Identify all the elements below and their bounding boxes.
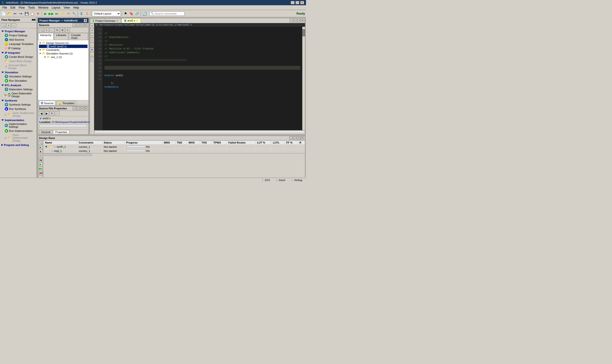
nav-item-language-templates[interactable]: 💡 Language Templates [0,42,37,46]
sources-expand-btn[interactable]: □ [77,23,80,27]
sfp-edit-btn[interactable]: ✏ [55,111,59,116]
toolbar-redo[interactable]: ↪ [18,11,23,16]
nav-section-header-rtl-analysis[interactable]: RTL Analysis [0,83,37,87]
editor-close-btn[interactable]: ✕ [301,19,305,22]
editor-minimize-btn[interactable]: ─ [290,19,293,22]
nav-item-implementation-settings[interactable]: ⚙ Implementation Settings [0,122,37,129]
toolbar-program[interactable]: ⚡ [60,11,65,16]
nav-section-header-ip-integrator[interactable]: IP Integrator [0,51,37,55]
nav-item-open-implemented-design[interactable]: ▷ 📂 Open Implemented Design [0,133,37,143]
nav-item-project-settings[interactable]: ⚙ Project Settings [0,33,37,38]
runs-run-btn[interactable]: ▶ [39,145,43,149]
nav-item-add-sources[interactable]: + Add Sources [0,38,37,42]
menu-flow[interactable]: Flow [17,6,26,10]
synth1-expand-icon[interactable]: ▼ [45,145,48,148]
sources-refresh-btn[interactable]: ↻ [55,28,59,32]
sources-close-btn[interactable]: ✕ [84,23,87,27]
toolbar-open[interactable]: 📂 [7,11,12,16]
nav-item-ip-catalog[interactable]: ⊞ IP Catalog [0,46,37,50]
nav-section-header-synthesis[interactable]: Synthesis [0,99,37,103]
sfp-float-btn[interactable]: ↗ [80,107,84,110]
sfp-hscrollbar[interactable] [40,124,87,127]
pm-close-btn[interactable]: ✕ [84,19,87,22]
tree-sim-1[interactable]: ▼ 📁 sim_1 (1) [39,55,87,59]
runs-first-btn[interactable]: |◀ [39,158,43,162]
gutter-btn-8[interactable]: ⊕ [90,57,94,61]
toolbar-sigma[interactable]: Σ [79,11,84,16]
toolbar-copy[interactable]: 📋 [30,11,35,16]
gutter-btn-7[interactable]: 💡 [90,52,94,57]
sfp-refresh-btn[interactable]: ↻ [50,111,54,116]
toolbar-sigma2[interactable]: Σ [85,11,90,16]
dr-close-btn[interactable]: ✕ [301,136,304,140]
tab-libraries[interactable]: Libraries [54,33,68,40]
gutter-btn-3[interactable]: ▲ [90,33,94,38]
sfp-minimize-btn[interactable]: ─ [73,107,76,110]
sources-settings-btn[interactable]: ⚙ [60,28,65,32]
expand-sim-1[interactable]: ▼ [44,56,46,58]
nav-item-open-synthesized-design[interactable]: ▷ 📂 Open Synthesized Design [0,111,37,118]
toolbar-delete[interactable]: ✕ [35,11,41,16]
dr-minimize-btn[interactable]: ─ [289,136,293,140]
tree-design-sources[interactable]: ▼ 📁 Design Sources (1) [39,41,87,45]
sfp-tab-properties[interactable]: Properties [53,130,69,134]
menu-help[interactable]: Help [72,6,81,10]
tree-simulation-sources[interactable]: ▼ 📁 Simulation Sources (1) [39,52,87,55]
menu-tools[interactable]: Tools [27,6,36,10]
runs-rev-btn[interactable]: ◀◀ [39,171,43,175]
nav-item-run-simulation[interactable]: ▶ Run Simulation [0,78,37,83]
expand-design-sources[interactable]: ▼ [39,42,41,44]
menu-window[interactable]: Window [37,6,50,10]
menu-file[interactable]: File [1,6,8,10]
nav-item-simulation-settings[interactable]: ⚙ Simulation Settings [0,74,37,78]
dr-expand-btn[interactable]: □ [293,136,297,140]
nav-section-header-program-debug[interactable]: Program and Debug [0,143,37,147]
toolbar-bookmark[interactable]: 🔖 [129,11,134,16]
layout-dropdown[interactable]: Default Layout [92,11,121,16]
tree-constraints[interactable]: ▼ 📁 Constraints [39,48,87,52]
runs-fwd-btn[interactable]: ▶ [39,162,43,166]
editor-expand-btn[interactable]: □ [294,19,297,22]
tab-hierarchy[interactable]: Hierarchy [38,33,54,40]
editor-hscrollbar[interactable] [94,130,305,133]
tab-and2-v[interactable]: v and2.v ✕ [122,18,141,23]
maximize-button[interactable]: □ [296,1,299,4]
toolbar-run-all[interactable]: ▶▶ [49,11,54,16]
runs-search-btn[interactable]: 🔍 [39,141,43,145]
sfp-forward-btn[interactable]: ▶ [44,111,49,116]
gutter-btn-6[interactable]: ⊞ [90,48,94,52]
tab-compile-order[interactable]: Compile Order [69,33,88,40]
expand-constraints[interactable]: ▼ [39,49,41,51]
toolbar-new[interactable]: 📄 [1,11,6,16]
runs-reset-btn[interactable]: ↩ [39,154,43,158]
sources-search-btn[interactable]: 🔍 [39,28,44,32]
tree-and2[interactable]: v and2 (and2.v) [39,45,87,48]
table-row[interactable]: → impl_1 constrs_1 Not started 0% [43,149,305,153]
toolbar-link[interactable]: 🔗 [134,11,140,16]
runs-scrollbar-thumb[interactable] [44,154,92,156]
gutter-btn-2[interactable]: ✎ [90,28,94,33]
runs-add-btn[interactable]: + [39,175,43,178]
sub-tab-sources[interactable]: ⊙ Sources [39,101,55,105]
sfp-close-btn[interactable]: ✕ [84,107,87,110]
nav-item-run-implementation[interactable]: ▶ Run Implementation [0,129,37,133]
flow-nav-expand-all[interactable]: + [6,23,11,27]
sources-expand2-btn[interactable]: ≡ [65,28,70,32]
tab-project-summary[interactable]: Σ Project Summary ✕ [90,18,121,23]
code-lines[interactable]: // // Dependencies: // // Revision: // R… [103,27,302,130]
nav-section-header-implementation[interactable]: Implementation [0,118,37,122]
nav-item-elaboration-settings[interactable]: ⚙ Elaboration Settings [0,87,37,91]
gutter-btn-1[interactable]: ◀ [90,24,94,28]
toolbar-save[interactable]: 💾 [24,11,29,16]
sfp-tab-general[interactable]: General [39,130,53,134]
vscrollbar-thumb[interactable] [302,29,305,36]
runs-fwd2-btn[interactable]: ▶▶ [39,167,43,170]
nav-item-run-synthesis[interactable]: ▶ Run Synthesis [0,107,37,111]
minimize-button[interactable]: ─ [291,1,295,4]
nav-item-create-block-design[interactable]: ⊞ Create Block Design [0,55,37,59]
sources-add-btn[interactable]: + [44,28,49,32]
editor-vscrollbar[interactable] [302,27,305,130]
sources-import-btn[interactable]: ↓ [50,28,54,32]
nav-item-open-elaborated-design[interactable]: ▷ 📂 Open Elaborated Design [0,91,37,98]
sfp-expand-btn[interactable]: □ [77,107,80,110]
